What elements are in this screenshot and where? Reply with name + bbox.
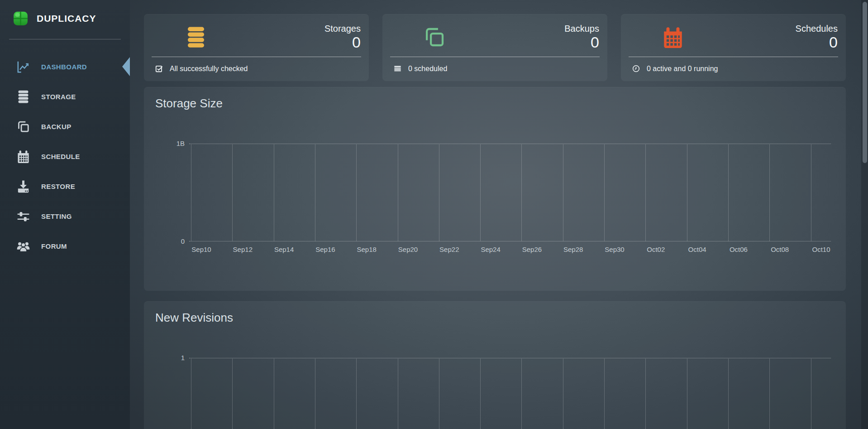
storage-size-card: Storage Size 1B 0 Sep10Sep12Sep14Sep16Se… (144, 87, 846, 291)
table-icon (393, 64, 402, 73)
storages-card: Storages 0 All successfully checked (144, 14, 369, 81)
gridline (398, 359, 398, 429)
gridline (274, 359, 274, 429)
storages-label: Storages (324, 24, 361, 34)
x-tick-label: Sep22 (429, 246, 470, 253)
brand: DUPLICACY (0, 0, 130, 27)
x-tick-label: Sep20 (387, 246, 429, 253)
copy-icon (422, 25, 447, 49)
copy-icon (15, 119, 32, 134)
gridline (521, 145, 522, 241)
gridline (645, 359, 646, 429)
scrollbar-thumb[interactable] (863, 2, 867, 163)
gridline (687, 145, 687, 241)
gridline (811, 145, 811, 241)
sidebar-menu: DASHBOARD STORAGE BACKUP (0, 52, 130, 261)
gridline (769, 359, 770, 429)
x-tick-label: Oct10 (801, 246, 842, 253)
x-tick-label: Sep24 (470, 246, 511, 253)
backups-label: Backups (564, 24, 599, 34)
storage-size-plot (189, 144, 831, 241)
x-tick-label: Sep26 (511, 246, 553, 253)
x-tick-label: Oct06 (718, 246, 759, 253)
sidebar-item-label: DASHBOARD (41, 63, 87, 71)
storages-status-text: All successfully checked (170, 65, 248, 73)
gridline (521, 359, 522, 429)
check-square-icon (155, 64, 163, 73)
x-tick-label: Oct04 (677, 246, 718, 253)
sidebar-item-restore[interactable]: RESTORE (0, 171, 130, 201)
new-revisions-card: New Revisions 1 (144, 301, 846, 429)
x-axis-labels: Sep10Sep12Sep14Sep16Sep18Sep20Sep22Sep24… (189, 246, 831, 255)
chart-title: Storage Size (155, 96, 223, 111)
gridline (480, 145, 481, 241)
chart-title: New Revisions (155, 311, 233, 325)
x-tick-label: Sep28 (553, 246, 594, 253)
scrollbar-track[interactable] (861, 0, 868, 429)
line-chart-icon (15, 59, 32, 74)
sidebar-divider (9, 39, 121, 39)
sidebar-item-schedule[interactable]: SCHEDULE (0, 141, 130, 171)
new-revisions-plot (189, 358, 831, 429)
gridline (563, 359, 563, 429)
users-icon (15, 239, 32, 254)
schedules-label: Schedules (796, 24, 838, 34)
x-tick-label: Sep14 (263, 246, 305, 253)
sidebar-item-dashboard[interactable]: DASHBOARD (0, 52, 130, 82)
sidebar-item-forum[interactable]: FORUM (0, 231, 130, 261)
x-tick-label: Sep16 (305, 246, 346, 253)
sidebar-item-label: SETTING (41, 212, 72, 220)
sidebar-item-label: RESTORE (41, 183, 75, 190)
sliders-icon (15, 209, 32, 224)
gridline (604, 145, 605, 241)
calendar-icon (15, 149, 32, 164)
stats-row: Storages 0 All successfully checked (144, 14, 846, 81)
gridline (687, 359, 687, 429)
gridline (439, 145, 439, 241)
gridline (480, 359, 481, 429)
schedules-count: 0 (796, 34, 838, 51)
brand-name: DUPLICACY (37, 13, 96, 24)
gridline (604, 359, 605, 429)
duplicacy-logo-icon (12, 10, 29, 27)
main-content: Storages 0 All successfully checked (130, 0, 868, 429)
clock-icon (632, 64, 640, 73)
schedules-status-text: 0 active and 0 running (647, 65, 718, 73)
gridline (728, 145, 729, 241)
gridline (645, 145, 646, 241)
storages-count: 0 (324, 34, 361, 51)
active-item-arrow (122, 57, 130, 76)
sidebar-item-storage[interactable]: STORAGE (0, 82, 130, 111)
gridline (315, 145, 315, 241)
backups-status: 0 scheduled (382, 57, 607, 81)
sidebar-item-label: FORUM (41, 242, 67, 250)
y-axis-max-label: 1 (144, 354, 185, 362)
x-tick-label: Oct08 (759, 246, 801, 253)
gridline (398, 145, 398, 241)
sidebar-item-label: STORAGE (41, 93, 76, 101)
schedules-status: 0 active and 0 running (621, 57, 846, 81)
database-icon (184, 25, 208, 49)
storages-status: All successfully checked (144, 57, 369, 81)
gridline (728, 359, 729, 429)
backups-count: 0 (564, 34, 599, 51)
download-icon (15, 179, 32, 194)
gridline (274, 145, 274, 241)
backups-status-text: 0 scheduled (408, 65, 447, 73)
calendar-icon (661, 25, 685, 49)
x-tick-label: Oct02 (635, 246, 677, 253)
sidebar: DUPLICACY DASHBOARD (0, 0, 130, 429)
schedules-card: Schedules 0 0 active and 0 running (621, 14, 846, 81)
x-tick-label: Sep10 (181, 246, 222, 253)
sidebar-item-backup[interactable]: BACKUP (0, 111, 130, 141)
gridline (563, 145, 563, 241)
gridline (232, 145, 233, 241)
sidebar-item-setting[interactable]: SETTING (0, 201, 130, 231)
gridline (811, 359, 811, 429)
backups-card: Backups 0 0 scheduled (382, 14, 607, 81)
x-tick-label: Sep30 (594, 246, 635, 253)
gridline (315, 359, 315, 429)
gridline (232, 359, 233, 429)
database-icon (15, 89, 32, 104)
gridline (439, 359, 439, 429)
